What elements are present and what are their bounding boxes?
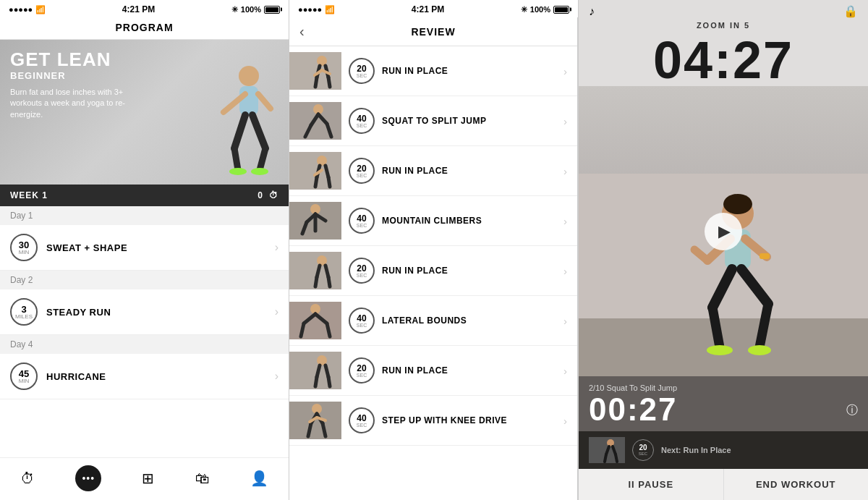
- profile-nav-icon: 👤: [250, 470, 268, 487]
- status-left-2: ●●●●● 📶: [298, 5, 335, 14]
- nav-more[interactable]: •••: [75, 465, 101, 491]
- music-icon[interactable]: ♪: [589, 5, 595, 18]
- review-item-3[interactable]: 20 SEC RUN IN PLACE ›: [289, 146, 577, 196]
- svg-line-5: [260, 148, 265, 170]
- big-timer: 04:27: [579, 31, 868, 86]
- next-exercise-thumb: [589, 437, 625, 463]
- review-timer-7: 20 SEC: [349, 357, 375, 384]
- review-name-1: RUN IN PLACE: [382, 66, 556, 76]
- pause-button[interactable]: II PAUSE: [579, 469, 724, 500]
- review-item-4[interactable]: 40 SEC MOUNTAIN CLIMBERS ›: [289, 196, 577, 246]
- review-thumb-6: [289, 302, 341, 339]
- timer-number-1: 30: [19, 240, 29, 250]
- nav-grid[interactable]: ⊞: [142, 470, 154, 487]
- status-left-1: ●●●●● 📶: [9, 5, 46, 14]
- hero-card[interactable]: GET LEAN BEGINNER Burn fat and lose inch…: [0, 40, 289, 185]
- review-header: ‹ REVIEW: [289, 17, 577, 46]
- review-item-1[interactable]: 20 SEC RUN IN PLACE ›: [289, 46, 577, 96]
- review-name-7: RUN IN PLACE: [382, 365, 556, 376]
- svg-line-30: [328, 177, 330, 187]
- nav-profile[interactable]: 👤: [250, 470, 268, 487]
- nav-bag[interactable]: 🛍: [195, 470, 210, 487]
- screen2-content: ‹ REVIEW: [289, 17, 578, 500]
- zoom-label: ZOOM IN 5: [579, 21, 868, 31]
- review-chevron-2: ›: [563, 115, 567, 127]
- status-right-1: ✳ 100%: [231, 5, 280, 14]
- svg-line-54: [328, 377, 330, 386]
- play-button[interactable]: ▶: [705, 213, 742, 250]
- status-bar-2: ●●●●● 📶 4:21 PM ✳ 100%: [289, 0, 578, 17]
- review-timer-5: 20 SEC: [349, 258, 375, 284]
- time-1: 4:21 PM: [122, 4, 155, 14]
- svg-line-4: [252, 115, 265, 148]
- workout-item-3[interactable]: 45 MIN HURRICANE ›: [0, 354, 289, 399]
- timer-unit-1: MIN: [19, 250, 30, 255]
- next-bar: 20 SEC Next: Run In Place: [579, 431, 868, 469]
- chevron-icon-3: ›: [275, 370, 278, 383]
- chevron-icon-1: ›: [275, 241, 278, 254]
- timer-number-3: 45: [19, 369, 29, 378]
- hero-text: GET LEAN BEGINNER Burn fat and lose inch…: [10, 50, 126, 120]
- review-timer-1: 20 SEC: [349, 58, 375, 84]
- back-button[interactable]: ‹: [299, 23, 305, 40]
- timer-nav-icon: ⏱: [20, 470, 35, 487]
- lock-icon[interactable]: 🔒: [843, 4, 858, 18]
- review-thumb-4: [289, 202, 341, 240]
- review-thumb-1: [289, 52, 341, 90]
- screen1-content: PROGRAM GET LEAN BEGINNER Burn fat and l…: [0, 17, 289, 500]
- info-icon[interactable]: ⓘ: [846, 403, 858, 418]
- review-name-8: STEP UP WITH KNEE DRIVE: [382, 415, 556, 425]
- bottom-countdown: 00:27: [589, 394, 858, 425]
- review-info-3: 20 SEC RUN IN PLACE: [349, 158, 556, 184]
- hero-title: GET LEAN: [10, 50, 126, 69]
- workout-background: ▶: [579, 86, 868, 376]
- review-item-8[interactable]: 40 SEC STEP UP WITH KNEE DRIVE ›: [289, 396, 577, 446]
- workout-name-2: STEADY RUN: [46, 307, 266, 318]
- week-count: 0: [258, 190, 263, 200]
- screen-review: ●●●●● 📶 4:21 PM ✳ 100% ‹ REVIEW: [289, 0, 579, 500]
- review-chevron-8: ›: [563, 415, 567, 427]
- timer-unit-3: MIN: [19, 378, 30, 384]
- svg-line-2: [234, 115, 245, 148]
- review-timer-8: 40 SEC: [349, 407, 375, 433]
- review-item-2[interactable]: 40 SEC SQUAT TO SPLIT JUMP ›: [289, 96, 577, 146]
- svg-line-82: [605, 454, 606, 462]
- review-item-5[interactable]: 20 SEC RUN IN PLACE ›: [289, 246, 577, 296]
- hero-figure: [180, 54, 281, 185]
- week-bar: WEEK 1 0 ⏱: [0, 185, 289, 206]
- play-icon: ▶: [718, 222, 731, 241]
- battery-label-2: 100%: [530, 5, 550, 14]
- nav-timer[interactable]: ⏱: [20, 470, 35, 487]
- wifi-icon-1: 📶: [35, 5, 46, 14]
- review-name-4: MOUNTAIN CLIMBERS: [382, 216, 556, 226]
- review-thumb-7: [289, 352, 341, 389]
- review-timer-4: 40 SEC: [349, 208, 375, 234]
- workout-item-2[interactable]: 3 MILES STEADY RUN ›: [0, 289, 289, 335]
- battery-icon-1: [264, 6, 280, 14]
- review-item-7[interactable]: 20 SEC RUN IN PLACE ›: [289, 346, 577, 396]
- review-name-2: SQUAT TO SPLIT JUMP: [382, 116, 556, 126]
- review-info-4: 40 SEC MOUNTAIN CLIMBERS: [349, 208, 556, 234]
- svg-point-75: [707, 345, 733, 355]
- wifi-icon-2: 📶: [325, 5, 335, 14]
- svg-rect-1: [239, 86, 258, 115]
- hero-subtitle: BEGINNER: [10, 70, 126, 81]
- timer-circle-2: 3 MILES: [10, 298, 38, 326]
- day-header-1: Day 1: [0, 206, 289, 225]
- review-info-5: 20 SEC RUN IN PLACE: [349, 258, 556, 284]
- next-exercise-label: Next: Run In Place: [661, 446, 731, 454]
- end-workout-button[interactable]: END WORKOUT: [724, 469, 869, 500]
- day-header-2: Day 2: [0, 271, 289, 289]
- svg-line-3: [234, 148, 238, 170]
- timer-circle-1: 30 MIN: [10, 234, 38, 261]
- review-name-3: RUN IN PLACE: [382, 166, 556, 176]
- svg-line-16: [315, 77, 317, 87]
- signal-dots-1: ●●●●●: [9, 5, 33, 14]
- review-item-6[interactable]: 40 SEC LATERAL BOUNDS ›: [289, 296, 577, 346]
- workout-item-1[interactable]: 30 MIN SWEAT + SHAPE ›: [0, 225, 289, 271]
- workout-name-3: HURRICANE: [46, 371, 266, 382]
- review-chevron-6: ›: [563, 315, 567, 327]
- svg-point-76: [748, 345, 771, 355]
- review-thumb-2: [289, 102, 341, 140]
- more-dots-icon: •••: [82, 473, 95, 484]
